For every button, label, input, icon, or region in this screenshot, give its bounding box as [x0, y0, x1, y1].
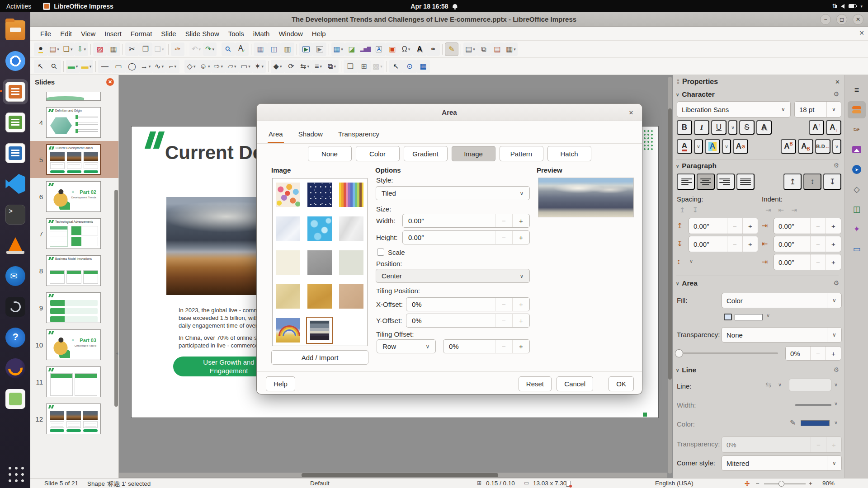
files-icon[interactable] — [3, 18, 28, 43]
line-color-icon[interactable]: ▬▾ — [80, 60, 93, 73]
width-input[interactable]: 0.00″−+ — [402, 214, 530, 228]
align-center-icon[interactable] — [697, 174, 715, 190]
fill-type-color-button[interactable]: Color — [356, 146, 400, 161]
redo-icon[interactable]: ↷▾ — [203, 42, 217, 56]
clock-menu[interactable]: Apr 18 16:58 — [410, 3, 457, 10]
parchment-thumb[interactable] — [276, 284, 300, 309]
copy-icon[interactable]: ❐ — [139, 42, 152, 56]
slide-thumbnail[interactable] — [46, 404, 101, 434]
canvas-horizontal-scrollbar[interactable] — [119, 473, 667, 478]
x-offset-input[interactable]: 0%−+ — [406, 297, 530, 311]
ivory-paper-thumb[interactable] — [276, 250, 300, 275]
slide-row-7[interactable]: 7Technological Advancements — [30, 215, 118, 252]
writer-icon[interactable] — [3, 141, 28, 166]
insert-chart-icon[interactable]: ▂▅▇ — [359, 42, 372, 56]
flip-icon[interactable]: ⇆▾ — [298, 60, 311, 73]
underline-icon[interactable]: U — [711, 120, 726, 135]
font-color-dropdown-icon[interactable]: ∨ — [694, 139, 703, 154]
crop-icon[interactable]: ⊞ — [357, 60, 371, 73]
line-transparency-input[interactable]: 0%−+ — [722, 436, 842, 453]
indent-before-input[interactable]: 0.00″−+ — [774, 218, 841, 234]
chevron-down-icon[interactable]: ∨ — [766, 313, 770, 319]
fill-type-hatch-button[interactable]: Hatch — [547, 146, 591, 161]
rainbow-painting-thumb[interactable] — [276, 318, 300, 343]
delete-slide-icon[interactable]: ▤ — [491, 42, 504, 56]
help-icon[interactable] — [3, 325, 28, 350]
menu-window[interactable]: Window — [274, 28, 307, 39]
height-input[interactable]: 0.00″−+ — [402, 230, 530, 244]
paint-bucket-icon[interactable] — [724, 314, 732, 320]
start-from-first-slide-icon[interactable]: ▶ — [299, 42, 313, 56]
chrome-icon[interactable] — [3, 48, 28, 74]
document-modified-icon[interactable] — [566, 481, 571, 487]
golden-sand-thumb[interactable] — [307, 284, 332, 309]
fill-type-none-button[interactable]: None — [308, 146, 352, 161]
tab-transparency[interactable]: Transparency — [337, 127, 380, 143]
floral-pattern-thumb[interactable] — [276, 183, 300, 207]
menu-slide[interactable]: Slide — [156, 28, 180, 39]
insert-image-icon[interactable]: ◪ — [345, 42, 359, 56]
close-slides-panel-icon[interactable]: ✕ — [106, 78, 114, 86]
paragraph-section-header[interactable]: ∨Paragraph — [676, 162, 717, 170]
slide-row-12[interactable]: 12 — [30, 400, 118, 437]
insert-line-icon[interactable]: — — [98, 60, 112, 73]
insert-special-character-icon[interactable]: Ω▾ — [399, 42, 413, 56]
symbol-shapes-icon[interactable]: ☺▾ — [198, 60, 212, 73]
scale-checkbox[interactable] — [377, 249, 384, 256]
line-style-icon[interactable]: ⇆ — [765, 380, 771, 389]
italic-icon[interactable]: I — [694, 120, 709, 135]
transparency-slider-knob[interactable] — [675, 349, 683, 357]
grid-small-icon[interactable]: ▦ — [416, 60, 430, 73]
select-icon[interactable]: ↖ — [34, 60, 47, 73]
highlight-color-icon[interactable]: A — [705, 139, 720, 154]
fill-color-icon[interactable]: ▬▾ — [66, 60, 80, 73]
valign-bottom-icon[interactable]: ↧ — [823, 174, 841, 190]
line-color-swatch[interactable] — [801, 420, 830, 426]
zoom-slider[interactable] — [764, 483, 806, 484]
insert-hyperlink-icon[interactable]: ⚭ — [426, 42, 440, 56]
new-document-icon[interactable]: ▤▾ — [47, 42, 61, 56]
slide-row-partial[interactable] — [30, 89, 118, 104]
subscript-icon[interactable]: AB — [798, 139, 813, 154]
calc-icon[interactable] — [3, 110, 28, 135]
shadow-text-icon[interactable]: A — [756, 120, 772, 135]
menu-insert[interactable]: Insert — [100, 28, 126, 39]
tab-navigator-icon[interactable]: ➤ — [848, 161, 866, 178]
panel-grip-icon[interactable]: ⁞⁞ — [677, 79, 679, 85]
rotate-icon[interactable]: ⟳ — [284, 60, 298, 73]
open-icon[interactable]: ❏▾ — [61, 42, 75, 56]
slide-thumbnail[interactable]: Part 03Challenges Faced« — [46, 329, 101, 360]
duplicate-slide-icon[interactable]: ⧉ — [477, 42, 491, 56]
fill-type-dropdown[interactable]: Color∨ — [722, 293, 842, 308]
menu-edit[interactable]: Edit — [56, 28, 76, 39]
3d-objects-icon[interactable]: ◆▾ — [271, 60, 284, 73]
align-objects-icon[interactable]: ≡▾ — [311, 60, 325, 73]
panel-collapse-icon[interactable]: ◂ — [116, 351, 118, 356]
gear-icon[interactable]: ⚙ — [833, 366, 839, 373]
slide-thumbnail[interactable]: Business Model Innovations — [46, 255, 101, 286]
undo-icon[interactable]: ↶▾ — [189, 42, 203, 56]
line-width-preview[interactable] — [795, 404, 831, 406]
insert-table-icon[interactable]: ▦▾ — [331, 42, 345, 56]
valign-top-icon[interactable]: ↥ — [783, 174, 802, 190]
arrange-icon[interactable]: ⧉▾ — [325, 60, 339, 73]
fill-type-image-button[interactable]: Image — [452, 146, 495, 161]
terminal-icon[interactable] — [3, 202, 28, 227]
minimize-button[interactable]: − — [820, 14, 831, 25]
zoom-slider-knob[interactable] — [778, 481, 784, 487]
transparency-percent-input[interactable]: 0%−+ — [785, 346, 841, 361]
slide-row-8[interactable]: 8Business Model Innovations — [30, 252, 118, 289]
white-marble-thumb[interactable] — [339, 216, 363, 241]
zoom-pan-icon[interactable]: ⚲ — [47, 60, 61, 73]
tab-master-slides-icon[interactable]: ▭ — [848, 240, 866, 258]
tab-slide-transition-icon[interactable]: ◫ — [848, 201, 866, 218]
edit-points-icon[interactable]: ↖ — [389, 60, 403, 73]
slide-row-4[interactable]: 4Definition and Origin — [30, 104, 118, 141]
thunderbird-icon[interactable] — [3, 263, 28, 289]
fill-color-swatch[interactable] — [735, 314, 763, 320]
slide-thumbnail[interactable]: Current Development Status — [46, 144, 101, 175]
increase-indent-icon[interactable]: ⇥ — [765, 206, 771, 214]
glue-points-icon[interactable]: ⊙ — [403, 60, 416, 73]
tiling-offset-input[interactable]: 0%−+ — [443, 339, 530, 353]
underline-dropdown-icon[interactable]: ∨ — [728, 120, 737, 135]
